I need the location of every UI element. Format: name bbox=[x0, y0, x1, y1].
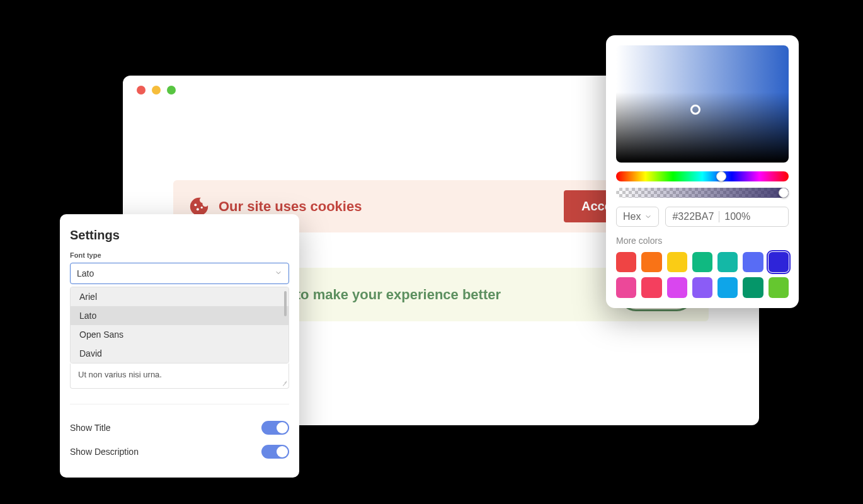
alpha-slider[interactable] bbox=[616, 188, 789, 198]
color-swatch[interactable] bbox=[769, 252, 789, 272]
alpha-thumb[interactable] bbox=[779, 188, 789, 198]
description-textarea[interactable]: Ut non varius nisi urna. bbox=[70, 364, 289, 389]
settings-panel: Settings Font type Lato Ariel Lato Open … bbox=[60, 214, 299, 478]
color-value-row: Hex #322BA7 100% bbox=[616, 207, 789, 227]
color-swatch[interactable] bbox=[743, 277, 763, 297]
font-select-value: Lato bbox=[77, 268, 94, 278]
gradient-cursor-icon[interactable] bbox=[690, 105, 700, 115]
color-picker-panel: Hex #322BA7 100% More colors bbox=[606, 35, 799, 308]
show-title-toggle[interactable] bbox=[261, 421, 289, 435]
show-title-row: Show Title bbox=[70, 416, 289, 440]
color-mode-select[interactable]: Hex bbox=[616, 207, 659, 227]
font-option[interactable]: David bbox=[71, 344, 289, 363]
font-select[interactable]: Lato bbox=[70, 263, 289, 284]
color-swatch[interactable] bbox=[692, 277, 712, 297]
separator bbox=[719, 211, 719, 222]
show-title-label: Show Title bbox=[70, 423, 111, 433]
font-dropdown: Ariel Lato Open Sans David bbox=[70, 287, 289, 364]
opacity-value: 100% bbox=[724, 211, 750, 222]
show-description-toggle[interactable] bbox=[261, 445, 289, 459]
show-description-row: Show Description bbox=[70, 440, 289, 464]
dropdown-scrollbar[interactable] bbox=[284, 291, 287, 316]
svg-point-1 bbox=[197, 208, 199, 210]
color-mode-value: Hex bbox=[623, 211, 641, 222]
more-colors-label: More colors bbox=[616, 236, 789, 246]
font-option[interactable]: Lato bbox=[71, 306, 289, 325]
chevron-down-icon bbox=[275, 268, 282, 278]
color-swatch[interactable] bbox=[667, 277, 687, 297]
color-swatch[interactable] bbox=[717, 277, 738, 297]
hue-slider[interactable] bbox=[616, 171, 789, 181]
chevron-down-icon bbox=[644, 213, 652, 220]
maximize-window-icon[interactable] bbox=[167, 86, 176, 94]
svg-point-0 bbox=[194, 203, 197, 206]
color-swatch[interactable] bbox=[616, 277, 636, 297]
swatch-grid bbox=[616, 252, 789, 298]
color-gradient-area[interactable] bbox=[616, 45, 789, 163]
textarea-content: Ut non varius nisi urna. bbox=[78, 370, 162, 379]
color-swatch[interactable] bbox=[616, 252, 636, 272]
hex-code: #322BA7 bbox=[672, 211, 714, 222]
cookie-banner-title: Our site uses cookies bbox=[219, 198, 362, 215]
font-option[interactable]: Open Sans bbox=[71, 325, 289, 344]
color-swatch[interactable] bbox=[717, 252, 738, 272]
show-description-label: Show Description bbox=[70, 447, 139, 457]
svg-point-2 bbox=[201, 206, 203, 208]
resize-handle-icon[interactable] bbox=[280, 379, 286, 386]
color-swatch[interactable] bbox=[692, 252, 712, 272]
color-swatch[interactable] bbox=[743, 252, 763, 272]
settings-title: Settings bbox=[70, 228, 289, 243]
color-swatch[interactable] bbox=[641, 277, 661, 297]
divider bbox=[70, 404, 289, 404]
minimize-window-icon[interactable] bbox=[152, 86, 161, 94]
color-swatch[interactable] bbox=[667, 252, 687, 272]
color-swatch[interactable] bbox=[769, 277, 789, 297]
color-swatch[interactable] bbox=[641, 252, 661, 272]
font-type-label: Font type bbox=[70, 251, 289, 259]
font-option[interactable]: Ariel bbox=[71, 287, 289, 306]
color-value-input[interactable]: #322BA7 100% bbox=[665, 207, 789, 227]
hue-thumb[interactable] bbox=[716, 171, 726, 181]
close-window-icon[interactable] bbox=[137, 86, 146, 94]
